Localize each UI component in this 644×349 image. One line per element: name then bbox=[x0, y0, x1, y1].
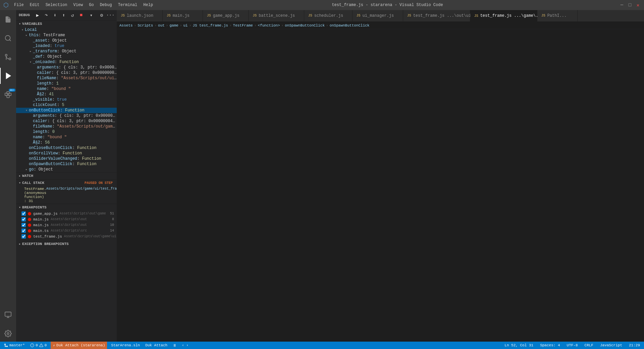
tab-path[interactable]: JS PathI... × bbox=[537, 10, 578, 21]
bp-game-app-checkbox[interactable] bbox=[21, 211, 26, 216]
bp-main-ts[interactable]: main.ts Assets\Scripts\src 14 bbox=[16, 228, 117, 234]
tab-test-frame-game[interactable]: JS test_frame.js ...\game\... × bbox=[470, 10, 537, 21]
continue-button[interactable]: ▶ bbox=[34, 11, 41, 19]
var-onButtonClick-fileName[interactable]: fileName: "Assets/Scripts/out/game/ui/te… bbox=[16, 124, 117, 129]
activity-remote[interactable] bbox=[0, 307, 16, 323]
breadcrumb-onSpawnButtonClick2[interactable]: onSpawnButtonClick bbox=[330, 23, 370, 28]
language-mode[interactable]: JavaScript bbox=[599, 343, 624, 347]
var-this[interactable]: ▸this: TestFrame bbox=[16, 33, 117, 38]
var-onButtonClick-arguments[interactable]: arguments: { cls: 3, ptr: 0x00000004b6db… bbox=[16, 113, 117, 118]
debug-attach-label[interactable]: ⚡ Duk Attach (stararena) bbox=[51, 342, 107, 349]
breadcrumb-ui[interactable]: ui bbox=[183, 23, 187, 28]
var-onLoaded[interactable]: ▾_onLoaded: Function bbox=[16, 59, 117, 65]
error-count[interactable]: 0 0 bbox=[29, 343, 48, 347]
breadcrumb-onSpawnButtonClick[interactable]: onSpawnButtonClick bbox=[285, 23, 325, 28]
tab-game-app[interactable]: JS game_app.js × bbox=[203, 10, 249, 21]
activity-search[interactable] bbox=[0, 30, 16, 46]
activity-extensions[interactable]: 4K+ bbox=[0, 87, 16, 103]
git-branch[interactable]: master* bbox=[3, 343, 26, 347]
tab-test-frame-out[interactable]: JS test_frame.js ...\out\ui × bbox=[403, 10, 470, 21]
menu-debug[interactable]: Debug bbox=[97, 2, 115, 8]
bp-main-2-checkbox[interactable] bbox=[21, 223, 26, 227]
var-onLoaded-sect2[interactable]: Â§2: 41 bbox=[16, 92, 117, 97]
var-visible[interactable]: _visible: true bbox=[16, 97, 117, 102]
var-transform[interactable]: ▸_transform: Object bbox=[16, 49, 117, 54]
var-onLoaded-fileName[interactable]: fileName: "Assets/Scripts/out/ui/ui_fram… bbox=[16, 76, 117, 81]
menu-file[interactable]: File bbox=[11, 2, 26, 8]
tab-ui-manager[interactable]: JS ui_manager.js × bbox=[353, 10, 403, 21]
watch-header[interactable]: ▸ WATCH bbox=[16, 172, 117, 179]
step-into-button[interactable]: ⬇ bbox=[51, 11, 59, 19]
menu-selection[interactable]: Selection bbox=[43, 2, 70, 8]
var-onButtonClick[interactable]: ▾onButtonClick: Function bbox=[16, 108, 117, 113]
menu-go[interactable]: Go bbox=[86, 2, 96, 8]
var-onScrollView[interactable]: onScrollView: Function bbox=[16, 151, 117, 156]
bp-main-1[interactable]: main.js Assets\Scripts\out 8 bbox=[16, 216, 117, 222]
var-onLoaded-name[interactable]: name: "bound " bbox=[16, 86, 117, 92]
duk-attach-label[interactable]: Duk Attach bbox=[144, 343, 169, 347]
activity-explorer[interactable] bbox=[0, 11, 16, 28]
breadcrumb-scripts[interactable]: Scripts bbox=[138, 23, 153, 28]
var-onLoaded-caller[interactable]: caller: { cls: 3, ptr: 0x00000004b6dbd90… bbox=[16, 70, 117, 76]
tab-main-js[interactable]: JS main.js × bbox=[163, 10, 203, 21]
variables-header[interactable]: ▾ VARIABLES bbox=[16, 20, 117, 27]
bp-test-frame[interactable]: test_frame.js Assets\Scripts\out\game\ui… bbox=[16, 234, 117, 239]
menu-help[interactable]: Help bbox=[141, 2, 156, 8]
breadcrumb-out[interactable]: out bbox=[158, 23, 165, 28]
stop-button[interactable]: ■ bbox=[77, 11, 85, 19]
restart-button[interactable]: ↺ bbox=[69, 11, 76, 19]
activity-settings[interactable] bbox=[0, 326, 16, 342]
encoding[interactable]: UTF-8 bbox=[566, 343, 579, 347]
breadcrumb-game[interactable]: game bbox=[169, 23, 178, 28]
step-out-button[interactable]: ⬆ bbox=[60, 11, 67, 19]
tab-scheduler[interactable]: JS scheduler.js × bbox=[304, 10, 353, 21]
close-btn[interactable]: ✕ bbox=[635, 2, 641, 8]
var-onButtonClick-length[interactable]: length: 0 bbox=[16, 129, 117, 135]
var-clickCount[interactable]: clickCount: 5 bbox=[16, 102, 117, 108]
minimize-btn[interactable]: ─ bbox=[619, 2, 625, 8]
var-onButtonClick-caller[interactable]: caller: { cls: 3, ptr: 0x00000004b6dbd90… bbox=[16, 118, 117, 124]
var-onButtonClick-name[interactable]: name: "bound " bbox=[16, 135, 117, 140]
debug-settings-button[interactable]: ⚙ bbox=[98, 11, 105, 19]
callstack-item[interactable]: TestFrame.(anonymous function) : 31 Asse… bbox=[16, 186, 117, 204]
var-def[interactable]: _def: Object bbox=[16, 54, 117, 59]
local-scope[interactable]: ▾Local bbox=[16, 27, 117, 33]
debug-config-dropdown[interactable]: ▾ bbox=[88, 11, 95, 19]
exception-bp-header[interactable]: ▸ EXCEPTION BREAKPOINTS bbox=[16, 241, 117, 247]
code-editor[interactable] bbox=[117, 29, 644, 342]
bp-test-frame-checkbox[interactable] bbox=[21, 234, 26, 239]
var-onLoaded-length[interactable]: length: 1 bbox=[16, 81, 117, 86]
bp-game-app[interactable]: game_app.js Assets\Scripts\out\game 51 bbox=[16, 211, 117, 216]
var-asset[interactable]: _asset: Object bbox=[16, 38, 117, 43]
code-content[interactable] bbox=[130, 29, 644, 342]
menu-edit[interactable]: Edit bbox=[27, 2, 42, 8]
callstack-header[interactable]: ▾ CALL STACK PAUSED ON STEP bbox=[16, 180, 117, 186]
var-onCloseButtonClick[interactable]: onCloseButtonClick: Function bbox=[16, 145, 117, 151]
menu-view[interactable]: View bbox=[70, 2, 86, 8]
bp-main-1-checkbox[interactable] bbox=[21, 217, 26, 221]
bp-main-ts-checkbox[interactable] bbox=[21, 229, 26, 233]
indentation[interactable]: Spaces: 4 bbox=[539, 343, 561, 347]
maximize-btn[interactable]: □ bbox=[627, 2, 633, 8]
breadcrumb-function[interactable]: <function> bbox=[258, 23, 280, 28]
star-arena-label[interactable]: StarArena.sln bbox=[110, 343, 141, 347]
line-ending[interactable]: CRLF bbox=[583, 343, 595, 347]
nav-arrows[interactable]: ‹ › bbox=[180, 343, 190, 347]
breakpoints-header[interactable]: ▾ BREAKPOINTS bbox=[16, 204, 117, 211]
menu-terminal[interactable]: Terminal bbox=[115, 2, 140, 8]
debug-more-button[interactable]: ··· bbox=[107, 11, 114, 19]
var-loaded[interactable]: _loaded: true bbox=[16, 43, 117, 49]
breadcrumb-testframe-class[interactable]: TestFrame bbox=[233, 23, 253, 28]
activity-debug[interactable] bbox=[0, 68, 16, 84]
var-onSpawnButtonClick[interactable]: onSpawnButtonClick: Function bbox=[16, 161, 117, 167]
cursor-position[interactable]: Ln 52, Col 31 bbox=[503, 343, 535, 347]
var-onLoaded-arguments[interactable]: arguments: { cls: 3, ptr: 0x00000004b6db… bbox=[16, 65, 117, 70]
bp-main-2[interactable]: main.js Assets\Scripts\out 10 bbox=[16, 222, 117, 228]
var-onButtonClick-sect2[interactable]: Â§2: 56 bbox=[16, 140, 117, 145]
breadcrumb-file[interactable]: JS test_frame.js bbox=[193, 23, 228, 28]
tab-launch-json[interactable]: JS launch.json × bbox=[117, 10, 163, 21]
pause-btn[interactable]: ⏸ bbox=[171, 343, 178, 348]
breadcrumb-assets[interactable]: Assets bbox=[119, 23, 133, 28]
var-go[interactable]: ▸go: Object bbox=[16, 167, 117, 172]
var-onSliderValueChanged[interactable]: onSliderValueChanged: Function bbox=[16, 156, 117, 161]
